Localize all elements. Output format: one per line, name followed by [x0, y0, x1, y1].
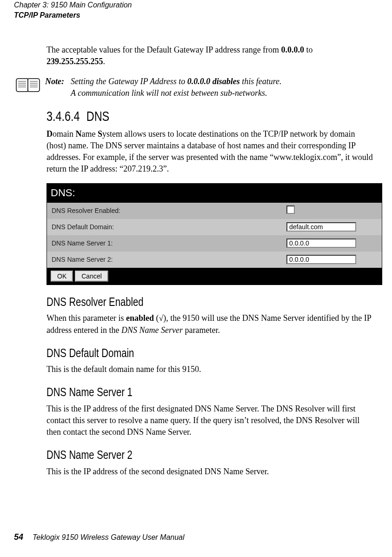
server1-text: This is the IP address of the first desi…: [47, 403, 373, 438]
dns-default-domain-input[interactable]: [286, 222, 356, 232]
dns-resolver-row: DNS Resolver Enabled:: [47, 203, 382, 219]
default-domain-text: This is the default domain name for this…: [47, 364, 373, 375]
server1-heading: DNS Name Server 1: [47, 384, 301, 400]
dns-panel-title: DNS:: [47, 184, 382, 203]
header-section: TCP/IP Parameters: [14, 10, 378, 20]
server2-heading: DNS Name Server 2: [47, 446, 301, 463]
dns-config-panel: DNS: DNS Resolver Enabled: DNS Default D…: [47, 183, 382, 285]
dns-description: Domain Name System allows users to locat…: [47, 128, 373, 175]
dns-default-domain-label: DNS Default Domain:: [47, 223, 286, 232]
dns-server1-input[interactable]: [286, 239, 356, 248]
page-number: 54: [14, 532, 23, 542]
resolver-heading: DNS Resolver Enabled: [47, 293, 301, 310]
default-domain-heading: DNS Default Domain: [47, 345, 301, 361]
section-heading: 3.4.6.4DNS: [47, 106, 301, 126]
book-icon: [14, 76, 45, 99]
page-footer: 54Teklogix 9150 Wireless Gateway User Ma…: [14, 531, 185, 543]
dns-server1-label: DNS Name Server 1:: [47, 239, 286, 248]
dns-server2-input[interactable]: [286, 255, 356, 264]
dns-resolver-label: DNS Resolver Enabled:: [47, 206, 286, 216]
cancel-button[interactable]: Cancel: [75, 271, 108, 282]
footer-title: Teklogix 9150 Wireless Gateway User Manu…: [33, 533, 185, 541]
header-chapter: Chapter 3: 9150 Main Configuration: [14, 0, 378, 10]
dns-server2-row: DNS Name Server 2:: [47, 252, 382, 268]
resolver-text: When this parameter is enabled (√), the …: [47, 312, 373, 336]
dns-resolver-checkbox[interactable]: [286, 206, 295, 214]
server2-text: This is the IP address of the second des…: [47, 466, 373, 477]
dns-button-row: OKCancel: [47, 268, 382, 285]
note-block: Note:Setting the Gateway IP Address to 0…: [14, 76, 378, 99]
dns-default-domain-row: DNS Default Domain:: [47, 219, 382, 235]
dns-server1-row: DNS Name Server 1:: [47, 235, 382, 252]
note-label: Note:: [45, 76, 71, 87]
dns-server2-label: DNS Name Server 2:: [47, 255, 286, 265]
ok-button[interactable]: OK: [51, 271, 73, 282]
note-text: Note:Setting the Gateway IP Address to 0…: [45, 76, 373, 99]
page-header: Chapter 3: 9150 Main Configuration TCP/I…: [14, 0, 378, 21]
intro-paragraph: The acceptable values for the Default Ga…: [47, 44, 373, 67]
